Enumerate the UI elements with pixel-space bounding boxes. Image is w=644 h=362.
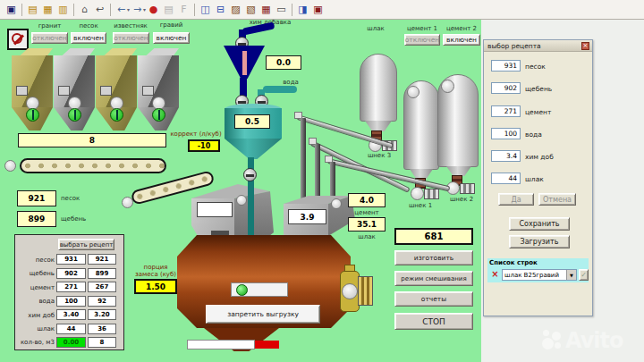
cascade-icon[interactable]: ⊟	[213, 3, 228, 17]
correction-field[interactable]: -10	[188, 139, 220, 152]
nav-a-icon[interactable]: ◨	[295, 3, 310, 17]
watermark-text: Avito	[565, 328, 623, 353]
pesok-toggle-button[interactable]: включен	[71, 32, 106, 44]
dialog-titlebar[interactable]: выбор рецепта	[484, 40, 592, 52]
combobox-arrow-icon[interactable]: ▼	[566, 270, 576, 280]
portion-field[interactable]: 1.50	[134, 279, 177, 294]
frame-icon[interactable]: ▭	[274, 3, 289, 17]
recipe-list-panel: Список строк × шлак В25гравий ▼ ✓	[487, 258, 589, 282]
report-icon[interactable]: ▨	[228, 3, 243, 17]
recipe-slag-input[interactable]: 44	[491, 173, 521, 184]
row-label: песок	[17, 257, 55, 264]
conveyor1-belt	[20, 158, 166, 173]
izvestnyak-toggle-button[interactable]: отключен	[113, 32, 149, 44]
recipe-water-input[interactable]: 100	[491, 128, 521, 139]
delete-recipe-icon[interactable]: ×	[490, 269, 500, 279]
yes-button[interactable]: Да	[498, 193, 534, 206]
recipe-combobox[interactable]: шлак В25гравий ▼	[502, 269, 577, 281]
screw1-motor	[411, 187, 424, 200]
water-outlet-valve[interactable]	[243, 168, 257, 181]
screw2-body	[460, 183, 475, 194]
nav-b-icon[interactable]: ▣	[310, 3, 326, 17]
recipe-dialog: выбор рецепта × 931 песок 902 щебень 271…	[483, 39, 593, 316]
granit-toggle-button[interactable]: отключен	[31, 32, 68, 44]
total-batches-field: 8	[18, 133, 166, 147]
make-button[interactable]: изготовить	[394, 250, 473, 265]
cancel-button[interactable]: Отмена	[538, 193, 576, 206]
disable-all-button[interactable]	[7, 29, 29, 50]
toolbar-separator	[110, 4, 111, 16]
mix-mode-button[interactable]: режим смешивания	[394, 271, 473, 286]
exit-icon[interactable]: ▣	[4, 3, 19, 17]
silo2-hatch	[441, 80, 454, 93]
material-label-granit: гранит	[31, 22, 68, 29]
trend-icon[interactable]: ▥	[55, 3, 71, 17]
recipe-table: выбрать рецепт песок 931 921 щебень 902 …	[14, 234, 124, 350]
tile-icon[interactable]: ◫	[198, 3, 213, 17]
stop-icon[interactable]: ●	[146, 3, 161, 17]
toolbar-separator	[73, 4, 74, 16]
screw2-label: шнек 2	[442, 196, 481, 203]
forbid-discharge-button[interactable]: запретить выгрузку	[206, 305, 320, 324]
bunker3-window	[100, 86, 112, 96]
mixer-status-strip	[231, 282, 288, 297]
save-button[interactable]: Сохранить	[509, 217, 570, 231]
cement1-toggle-button[interactable]: отключен	[404, 34, 440, 46]
slag-label-top: шлак	[358, 25, 394, 32]
row-set-field: 931	[56, 254, 86, 265]
return-icon[interactable]: ↩	[92, 3, 107, 17]
recipe-water-label: вода	[525, 130, 542, 139]
home-icon[interactable]: ⌂	[77, 3, 92, 17]
recipe-chem-input[interactable]: 3.4	[491, 150, 521, 162]
watermark-logo-icon	[542, 328, 565, 353]
project-icon[interactable]: ▤	[25, 3, 40, 17]
row-set-field: 902	[56, 268, 86, 279]
archive-icon[interactable]: ▧	[243, 3, 258, 17]
tags-icon[interactable]: ▦	[40, 3, 55, 17]
recipe-cement-label: цемент	[525, 108, 551, 116]
row-set-field: 100	[56, 296, 86, 307]
water-label: вода	[277, 79, 304, 86]
recipe-chem-label: хим доб	[525, 153, 554, 161]
water-weigher-field: 0.5	[234, 114, 270, 129]
bunker2-gate-valve[interactable]	[68, 108, 81, 122]
silo1-hatch	[407, 86, 419, 98]
bunker4-gate-valve[interactable]	[152, 108, 165, 122]
sand-weight-label: песок	[61, 195, 97, 202]
bunker1-gate-valve[interactable]	[26, 108, 39, 122]
watermark: Avito	[542, 324, 642, 357]
recipe-gravel-input[interactable]: 902	[491, 82, 521, 94]
row-set-field: 44	[56, 324, 86, 334]
recipe-sand-input[interactable]: 931	[491, 60, 521, 72]
cement2-toggle-button[interactable]: включен	[443, 34, 480, 46]
dialog-close-button[interactable]: ×	[581, 42, 589, 50]
hopper-sensor	[331, 198, 342, 209]
batch-counter-field: 681	[394, 228, 473, 245]
select-recipe-button[interactable]: выбрать рецепт	[58, 239, 114, 250]
stop-button[interactable]: СТОП	[394, 313, 473, 330]
material-label-gravij: гравий	[153, 21, 190, 29]
load-button[interactable]: Загрузить	[509, 235, 570, 248]
reports-button[interactable]: отчеты	[394, 291, 473, 307]
row-actual-field: 899	[88, 268, 116, 279]
alarm-icon[interactable]: ▦	[258, 3, 274, 17]
screw1-label: шнек 1	[401, 202, 440, 209]
discharge-gate-red	[255, 341, 279, 349]
row-actual-field: 8	[88, 337, 116, 348]
gravij-toggle-button[interactable]: включен	[153, 32, 190, 44]
recipe-sand-label: песок	[525, 63, 546, 71]
toolbar-separator	[292, 4, 292, 16]
recipe-slag-label: шлак	[525, 175, 544, 183]
toolbar-separator	[194, 4, 195, 16]
screw1-body	[424, 189, 439, 199]
mixer-motor-shaft	[342, 283, 358, 299]
confirm-recipe-button[interactable]: ✓	[579, 269, 589, 281]
recipe-cement-input[interactable]: 271	[491, 105, 521, 117]
row-label: щебень	[17, 270, 55, 277]
mixer-gear	[358, 276, 373, 306]
cement-hopper-display: 3.9	[288, 209, 326, 224]
bunker3-gate-valve[interactable]	[110, 108, 123, 122]
recipe-gravel-label: щебень	[525, 85, 552, 93]
water-tank-funnel	[225, 139, 282, 159]
no-entry-icon	[12, 33, 22, 44]
